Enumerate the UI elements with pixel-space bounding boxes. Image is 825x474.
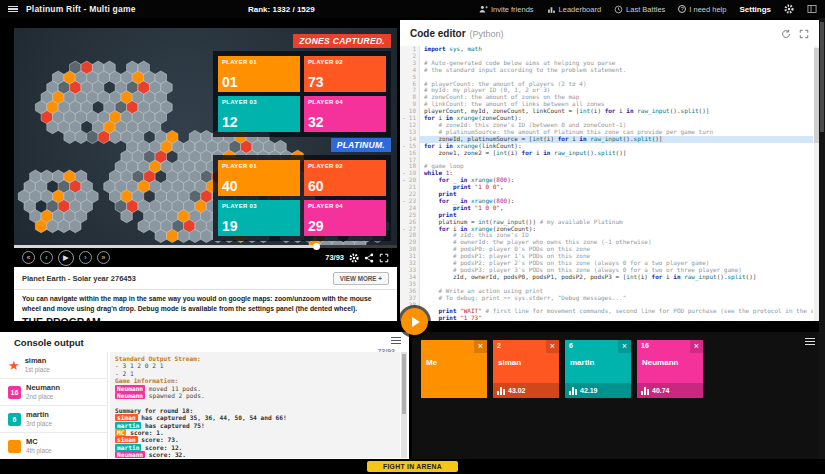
code-line[interactable]: 1import sys, math (400, 46, 813, 53)
language-selector[interactable]: (Python) (470, 29, 504, 39)
viewer-settings-icon[interactable] (349, 253, 359, 263)
platinum-title: PLATINUM. (331, 138, 391, 152)
standing-place: 3rd place (26, 420, 52, 427)
run-button[interactable] (401, 308, 428, 335)
agent-score: 40.74 (637, 383, 703, 398)
timeline-slider[interactable] (14, 245, 397, 248)
code-line[interactable]: 24 print "1 0 0", (400, 205, 813, 212)
code-lines[interactable]: 1import sys, math23# Auto-generated code… (400, 46, 813, 321)
nav-settings[interactable]: Settings (739, 5, 771, 14)
nav-label: I need help (689, 5, 726, 14)
page-title: Platinum Rift - Multi game (26, 4, 136, 14)
console-line: martin score: 12. (115, 444, 395, 451)
agent-card: × Me (421, 340, 487, 398)
help-icon: ? (678, 5, 686, 13)
header-nav: Invite friends Leaderboard Last Battles … (479, 4, 817, 14)
agent-name: martin (570, 358, 594, 367)
standings-list: ★ siman 1st place 16 Neumann 2nd place 6… (0, 352, 108, 459)
rank-badge: 6 (8, 413, 21, 426)
agent-rank: 2 (497, 342, 501, 349)
console-panel: Console output 73/93 ★ siman 1st place 1… (0, 332, 409, 459)
game-viewer[interactable]: ZONES CAPTURED. PLAYER 01 01 PLAYER 02 7… (14, 28, 397, 245)
gear-icon[interactable] (784, 4, 794, 14)
bar-chart-icon (641, 386, 649, 395)
standing-row[interactable]: MC 4th place (0, 433, 107, 459)
console-line: Neumann spawned 2 pods. (115, 392, 395, 399)
standing-name: siman (25, 357, 50, 366)
statement-panel: You can navigate within the map in the s… (14, 290, 397, 321)
code-line[interactable]: 18# game loop (400, 163, 813, 170)
nav-invite-friends[interactable]: Invite friends (479, 5, 534, 14)
code-line[interactable]: 40 print "1 73" (400, 315, 813, 321)
player-label: PLAYER 04 (308, 203, 343, 209)
agent-close-icon[interactable]: × (546, 340, 559, 353)
player-zones-box: PLAYER 01 01 (218, 56, 300, 92)
nav-last-battles[interactable]: Last Battles (614, 5, 665, 14)
zones-panel: ZONES CAPTURED. PLAYER 01 01 PLAYER 02 7… (213, 34, 391, 137)
prev-frame-button[interactable]: ‹ (40, 251, 53, 264)
editor-expand-icon[interactable] (799, 29, 809, 39)
fullscreen-icon[interactable] (379, 253, 389, 263)
agent-name: siman (498, 358, 521, 367)
player-label: PLAYER 01 (222, 163, 257, 169)
agent-score-value: 42.19 (580, 387, 598, 394)
code-line[interactable]: 34 zId, ownerId, podsP0, podsP1, podsP2,… (400, 274, 813, 281)
player-zones-value: 32 (308, 114, 324, 130)
code-line[interactable]: 21 print "1 0 0", (400, 184, 813, 191)
player-label: PLAYER 01 (222, 59, 257, 65)
nav-label: Leaderboard (559, 5, 602, 14)
agent-rank: 16 (641, 342, 649, 349)
console-menu-icon[interactable] (391, 337, 401, 344)
fight-in-arena-button[interactable]: FIGHT IN ARENA (367, 461, 458, 472)
player-label: PLAYER 04 (308, 99, 343, 105)
player-platinum-box: PLAYER 03 19 (218, 200, 300, 236)
standing-place: 4th place (26, 447, 52, 454)
console-scrollbar[interactable] (401, 352, 407, 458)
next-frame-button[interactable]: › (79, 251, 92, 264)
scroll-thumb[interactable] (402, 354, 406, 414)
view-more-button[interactable]: VIEW MORE + (333, 272, 389, 285)
jump-end-button[interactable]: » (97, 251, 110, 264)
timeline-handle[interactable] (313, 243, 320, 250)
layout-icon[interactable] (807, 4, 817, 14)
reset-code-icon[interactable] (781, 29, 791, 39)
page-scrollbar[interactable] (819, 18, 825, 459)
agent-card: 16 × Neumann 40.74 (637, 340, 703, 398)
agent-close-icon[interactable]: × (474, 340, 487, 353)
play-button[interactable]: ▶ (58, 250, 74, 266)
nav-leaderboard[interactable]: Leaderboard (547, 5, 602, 14)
nav-help[interactable]: ? I need help (678, 5, 726, 14)
console-line: Standard Output Stream: (115, 355, 395, 362)
zones-grid: PLAYER 01 01 PLAYER 02 73 PLAYER 03 12 P… (213, 51, 391, 137)
code-line[interactable]: 4# the standard input according to the p… (400, 67, 813, 74)
standing-row[interactable]: ★ siman 1st place (0, 352, 107, 379)
jump-start-button[interactable]: « (22, 251, 35, 264)
console-lines[interactable]: Standard Output Stream:- 3 1 2 0 2 1- 2 … (110, 352, 400, 458)
agent-close-icon[interactable]: × (690, 340, 703, 353)
player-zones-box: PLAYER 03 12 (218, 96, 300, 132)
console-line: siman has captured 35, 36, 44, 50, 54 an… (115, 414, 395, 421)
agent-card: 6 × martin 42.19 (565, 340, 631, 398)
console-line: Summary for round 18: (115, 407, 395, 414)
podium-icon (547, 5, 556, 14)
scroll-thumb[interactable] (820, 22, 824, 132)
code-line[interactable]: 37 # To debug: print >> sys.stderr, "Deb… (400, 295, 813, 302)
agent-close-icon[interactable]: × (618, 340, 631, 353)
code-editor: Code editor (Python) 1import sys, math23… (400, 20, 819, 321)
console-line: martin has captured 75! (115, 422, 395, 429)
platinum-panel: PLATINUM. PLAYER 01 40 PLAYER 02 60 PLAY… (213, 138, 391, 241)
console-line: - 3 1 2 0 2 1 (115, 362, 395, 369)
rank-label: Rank: 1332 / 1529 (248, 5, 315, 14)
player-label: PLAYER 02 (308, 59, 343, 65)
code-line[interactable]: 16 zone1, zone2 = [int(i) for i in raw_i… (400, 150, 813, 157)
menu-icon[interactable] (8, 6, 18, 13)
agent-score-value: 43.02 (508, 387, 526, 394)
share-icon[interactable] (364, 253, 374, 263)
agents-menu-icon[interactable] (805, 338, 815, 345)
standing-row[interactable]: 16 Neumann 2nd place (0, 379, 107, 406)
clock-icon (614, 5, 623, 14)
standing-row[interactable]: 6 martin 3rd place (0, 406, 107, 433)
player-platinum-value: 19 (222, 218, 238, 234)
platinum-grid: PLAYER 01 40 PLAYER 02 60 PLAYER 03 19 P… (213, 155, 391, 241)
agent-card: 2 × siman 43.02 (493, 340, 559, 398)
